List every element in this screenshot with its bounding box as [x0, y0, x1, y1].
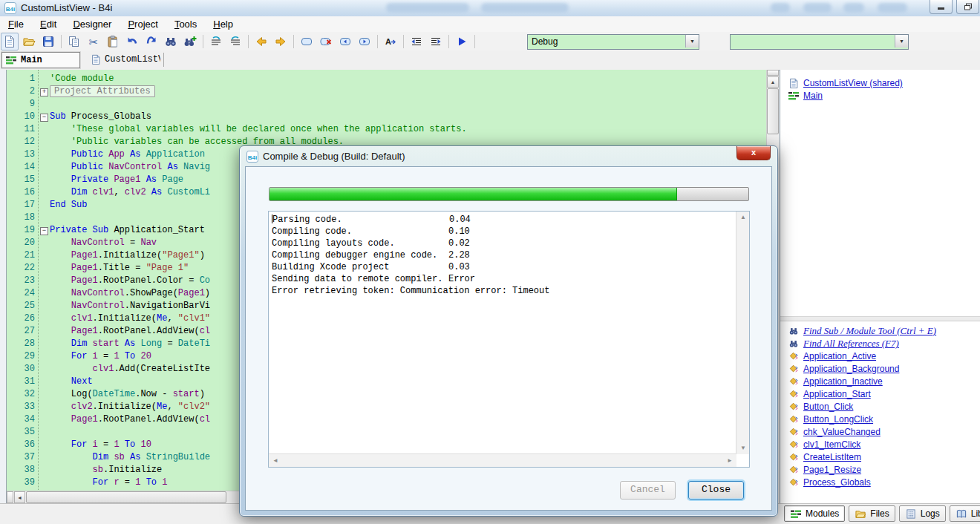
fold-collapse-icon[interactable]: − — [40, 114, 48, 122]
sub-link-clv1_itemclick[interactable]: clv1_ItemClick — [803, 439, 860, 450]
module-link-main[interactable]: Main — [803, 91, 823, 101]
collapsed-region-box[interactable]: Project Attributes — [50, 85, 155, 97]
scroll-down-arrow[interactable]: ▼ — [740, 445, 746, 451]
restore-button[interactable] — [956, 0, 979, 14]
code-line[interactable]: 11 'These global variables will be decla… — [7, 123, 767, 136]
sub-link-application_active[interactable]: Application_Active — [803, 351, 876, 361]
sub-link-createlistitem[interactable]: CreateListItem — [803, 452, 861, 462]
indent-icon[interactable] — [427, 33, 445, 50]
menu-project[interactable]: Project — [120, 17, 166, 31]
menu-designer[interactable]: Designer — [65, 17, 120, 31]
close-button[interactable]: Close — [688, 481, 744, 500]
code-token: Me — [157, 313, 167, 324]
sub-link-application_inactive[interactable]: Application_Inactive — [803, 376, 883, 387]
module-link-customlistview-shared-[interactable]: CustomListView (shared) — [803, 78, 903, 88]
save-icon[interactable] — [39, 33, 57, 50]
paste-icon[interactable] — [104, 33, 122, 50]
line-number: 29 — [7, 350, 35, 363]
log-row: Building Xcode project0.03 — [272, 261, 734, 273]
block-uncomment-icon[interactable] — [226, 33, 244, 50]
menu-edit[interactable]: Edit — [32, 17, 65, 31]
find-icon[interactable] — [162, 33, 180, 50]
compile-log-box[interactable]: Parsing code.0.04Compiling code.0.10Comp… — [268, 211, 750, 468]
tab-main[interactable]: Main — [1, 52, 80, 68]
sub-link-application_start[interactable]: Application_Start — [803, 389, 871, 399]
menu-help[interactable]: Help — [205, 17, 241, 31]
menu-tools[interactable]: Tools — [166, 17, 205, 31]
bookmark-icon[interactable] — [298, 33, 316, 50]
sub-link-chk_valuechanged[interactable]: chk_ValueChanged — [803, 427, 881, 437]
code-token: cl — [200, 414, 210, 425]
code-token: 1 — [114, 439, 119, 450]
sub-link-page1_resize[interactable]: Page1_Resize — [803, 465, 861, 475]
doc-icon — [788, 78, 800, 88]
log-vertical-scrollbar[interactable]: ▲ ▼ — [736, 212, 749, 454]
copy-icon[interactable] — [65, 33, 83, 50]
dialog-close-icon[interactable]: x — [736, 146, 771, 160]
undo-icon[interactable] — [123, 33, 141, 50]
scroll-up-arrow[interactable]: ▲ — [740, 214, 746, 220]
sub-link-button_longclick[interactable]: Button_LongClick — [803, 414, 873, 425]
code-token: ) — [200, 389, 205, 399]
panel-tab-libs[interactable]: Libs — [950, 505, 980, 522]
minimize-button[interactable] — [930, 0, 953, 14]
fold-expand-icon[interactable]: + — [40, 88, 48, 96]
scroll-thumb[interactable] — [26, 491, 226, 503]
panel-tab-logs[interactable]: Logs — [899, 505, 946, 522]
log-horizontal-scrollbar[interactable]: ◄ ► — [269, 453, 736, 467]
fold-collapse-icon[interactable]: − — [40, 227, 48, 235]
rename-icon[interactable]: A — [382, 33, 399, 50]
back-icon[interactable] — [252, 33, 270, 50]
dialog-title-bar[interactable]: B4i Compile & Debug (Build: Default) — [240, 146, 777, 166]
sub-link-process_globals[interactable]: Process_Globals — [803, 477, 871, 488]
line-number: 16 — [7, 186, 35, 199]
tab-customlistview[interactable]: CustomListVi — [88, 52, 160, 67]
device-select[interactable]: ▼ — [730, 34, 909, 50]
sub-icon — [788, 439, 800, 450]
build-config-select[interactable]: Debug ▼ — [527, 34, 699, 50]
sub-link-button_click[interactable]: Button_Click — [803, 402, 853, 412]
scroll-left-arrow[interactable]: ◄ — [272, 458, 278, 464]
code-token: clv1 — [93, 187, 114, 197]
open-file-icon[interactable] — [20, 33, 38, 50]
split-handle[interactable] — [767, 70, 779, 76]
panel-splitter[interactable] — [780, 316, 980, 321]
prev-bookmark-icon[interactable] — [336, 33, 354, 50]
code-token: Page1 — [50, 275, 98, 286]
cut-icon[interactable]: ✂ — [85, 33, 102, 50]
panel-tab-modules[interactable]: Modules — [784, 505, 845, 522]
code-line[interactable]: 10−Sub Process_Globals — [7, 111, 767, 123]
tool-link-find-sub-module-tool-ctrl-e-[interactable]: Find Sub / Module Tool (Ctrl + E) — [803, 325, 936, 337]
menu-bar: FileEditDesignerProjectToolsHelp — [0, 16, 980, 33]
new-file-icon[interactable] — [1, 33, 19, 50]
code-token: Log( — [50, 389, 93, 399]
sub-link-row: Application_Background — [788, 363, 980, 375]
block-comment-icon[interactable] — [207, 33, 225, 50]
forward-icon[interactable] — [272, 33, 290, 50]
find-next-icon[interactable] — [181, 33, 199, 50]
svg-text:B4i: B4i — [248, 154, 257, 160]
code-line[interactable]: 1'Code module — [7, 73, 767, 85]
code-token: .RootPanel.Color = — [98, 275, 200, 286]
svg-text:A: A — [385, 37, 391, 46]
clear-bookmarks-icon[interactable] — [317, 33, 335, 50]
scroll-left-arrow[interactable]: ◄ — [14, 491, 25, 503]
line-number: 26 — [7, 312, 35, 325]
split-handle[interactable] — [7, 491, 13, 503]
line-number: 18 — [7, 212, 35, 224]
outdent-icon[interactable] — [408, 33, 425, 50]
tool-link-find-all-references-f7-[interactable]: Find All References (F7) — [803, 338, 899, 350]
sub-link-application_background[interactable]: Application_Background — [803, 364, 899, 374]
panel-tab-files[interactable]: Files — [849, 505, 895, 522]
redo-icon[interactable] — [143, 33, 160, 50]
code-line[interactable]: 2+Project Attributes — [7, 85, 767, 98]
run-icon[interactable] — [453, 33, 471, 50]
next-bookmark-icon[interactable] — [356, 33, 373, 50]
scroll-right-arrow[interactable]: ► — [727, 458, 733, 464]
code-line[interactable]: 9 — [7, 98, 767, 111]
code-token: NavControl — [50, 301, 125, 311]
menu-file[interactable]: File — [0, 17, 32, 31]
scroll-thumb[interactable] — [767, 88, 779, 134]
scroll-up-arrow[interactable]: ▲ — [767, 76, 779, 88]
tab-main-label: Main — [21, 55, 42, 65]
